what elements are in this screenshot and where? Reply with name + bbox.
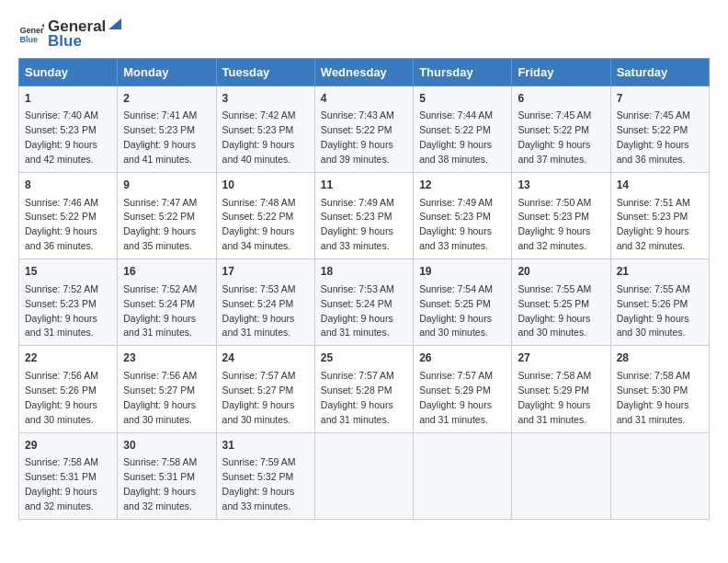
day-number: 16 [123, 264, 210, 280]
calendar-table: SundayMondayTuesdayWednesdayThursdayFrid… [18, 58, 710, 520]
day-number: 17 [222, 264, 309, 280]
sunset-info: Sunset: 5:23 PM [419, 211, 491, 222]
sunset-info: Sunset: 5:27 PM [222, 385, 294, 396]
calendar-cell: 5 Sunrise: 7:44 AM Sunset: 5:22 PM Dayli… [414, 86, 512, 173]
daylight-info: Daylight: 9 hoursand 31 minutes. [222, 313, 295, 339]
calendar-cell: 9 Sunrise: 7:47 AM Sunset: 5:22 PM Dayli… [118, 173, 216, 259]
header-friday: Friday [512, 59, 610, 86]
sunrise-info: Sunrise: 7:55 AM [518, 283, 591, 294]
sunrise-info: Sunrise: 7:58 AM [123, 456, 197, 467]
day-number: 24 [222, 350, 309, 366]
daylight-info: Daylight: 9 hoursand 34 minutes. [222, 225, 295, 251]
calendar-cell: 19 Sunrise: 7:54 AM Sunset: 5:25 PM Dayl… [414, 259, 512, 346]
daylight-info: Daylight: 9 hoursand 32 minutes. [123, 486, 196, 511]
day-number: 21 [617, 264, 703, 280]
daylight-info: Daylight: 9 hoursand 30 minutes. [419, 313, 492, 339]
sunrise-info: Sunrise: 7:47 AM [123, 197, 197, 208]
sunset-info: Sunset: 5:29 PM [419, 385, 491, 396]
day-number: 5 [419, 91, 506, 107]
sunrise-info: Sunrise: 7:54 AM [419, 283, 493, 294]
daylight-info: Daylight: 9 hoursand 42 minutes. [25, 139, 97, 165]
sunrise-info: Sunrise: 7:44 AM [419, 109, 493, 121]
sunrise-info: Sunrise: 7:57 AM [222, 370, 296, 381]
day-number: 9 [123, 178, 210, 193]
sunrise-info: Sunrise: 7:58 AM [617, 370, 690, 381]
sunset-info: Sunset: 5:23 PM [617, 211, 688, 222]
day-number: 30 [123, 438, 210, 454]
day-number: 20 [518, 264, 604, 280]
calendar-cell: 4 Sunrise: 7:43 AM Sunset: 5:22 PM Dayli… [314, 86, 413, 173]
calendar-cell: 24 Sunrise: 7:57 AM Sunset: 5:27 PM Dayl… [216, 346, 314, 432]
sunset-info: Sunset: 5:29 PM [518, 385, 589, 396]
calendar-cell: 10 Sunrise: 7:48 AM Sunset: 5:22 PM Dayl… [216, 173, 314, 259]
calendar-cell [512, 432, 610, 519]
day-number: 13 [518, 178, 604, 193]
day-number: 19 [419, 264, 506, 280]
sunrise-info: Sunrise: 7:45 AM [617, 109, 690, 121]
daylight-info: Daylight: 9 hoursand 31 minutes. [321, 399, 393, 425]
daylight-info: Daylight: 9 hoursand 36 minutes. [617, 139, 689, 165]
calendar-cell: 3 Sunrise: 7:42 AM Sunset: 5:23 PM Dayli… [216, 86, 314, 173]
daylight-info: Daylight: 9 hoursand 36 minutes. [25, 225, 97, 251]
header-sunday: Sunday [19, 59, 118, 86]
sunset-info: Sunset: 5:23 PM [321, 211, 392, 222]
calendar-cell: 31 Sunrise: 7:59 AM Sunset: 5:32 PM Dayl… [216, 432, 314, 519]
day-number: 11 [321, 178, 407, 193]
sunset-info: Sunset: 5:27 PM [123, 385, 195, 396]
sunset-info: Sunset: 5:31 PM [25, 471, 97, 482]
page-header: General Blue General Blue [18, 15, 710, 51]
sunrise-info: Sunrise: 7:49 AM [419, 197, 493, 208]
svg-text:Blue: Blue [19, 34, 38, 43]
calendar-week-1: 1 Sunrise: 7:40 AM Sunset: 5:23 PM Dayli… [19, 86, 710, 173]
calendar-cell: 20 Sunrise: 7:55 AM Sunset: 5:25 PM Dayl… [512, 259, 610, 346]
day-number: 4 [321, 91, 407, 107]
calendar-cell: 12 Sunrise: 7:49 AM Sunset: 5:23 PM Dayl… [414, 173, 512, 259]
sunset-info: Sunset: 5:24 PM [123, 298, 195, 309]
sunrise-info: Sunrise: 7:56 AM [25, 370, 98, 381]
daylight-info: Daylight: 9 hoursand 30 minutes. [518, 313, 590, 339]
calendar-cell: 13 Sunrise: 7:50 AM Sunset: 5:23 PM Dayl… [512, 173, 610, 259]
sunrise-info: Sunrise: 7:50 AM [518, 197, 591, 208]
calendar-cell [610, 432, 709, 519]
calendar-week-4: 22 Sunrise: 7:56 AM Sunset: 5:26 PM Dayl… [19, 346, 710, 432]
sunset-info: Sunset: 5:28 PM [321, 385, 392, 396]
daylight-info: Daylight: 9 hoursand 30 minutes. [123, 399, 196, 425]
sunset-info: Sunset: 5:22 PM [617, 124, 688, 135]
sunset-info: Sunset: 5:25 PM [518, 298, 589, 309]
daylight-info: Daylight: 9 hoursand 41 minutes. [123, 139, 196, 165]
sunrise-info: Sunrise: 7:51 AM [617, 197, 690, 208]
calendar-cell: 29 Sunrise: 7:58 AM Sunset: 5:31 PM Dayl… [19, 432, 118, 519]
calendar-cell: 2 Sunrise: 7:41 AM Sunset: 5:23 PM Dayli… [118, 86, 216, 173]
sunset-info: Sunset: 5:22 PM [518, 124, 589, 135]
sunrise-info: Sunrise: 7:45 AM [518, 109, 591, 121]
sunset-info: Sunset: 5:24 PM [321, 298, 392, 309]
calendar-cell: 7 Sunrise: 7:45 AM Sunset: 5:22 PM Dayli… [610, 86, 709, 173]
sunrise-info: Sunrise: 7:59 AM [222, 456, 296, 467]
sunrise-info: Sunrise: 7:58 AM [25, 456, 98, 467]
sunrise-info: Sunrise: 7:52 AM [123, 283, 197, 294]
daylight-info: Daylight: 9 hoursand 38 minutes. [419, 139, 492, 165]
daylight-info: Daylight: 9 hoursand 30 minutes. [25, 399, 97, 425]
day-number: 28 [617, 350, 703, 366]
sunrise-info: Sunrise: 7:48 AM [222, 197, 296, 208]
header-monday: Monday [118, 59, 216, 86]
sunrise-info: Sunrise: 7:40 AM [25, 109, 98, 121]
logo: General Blue General Blue [18, 15, 124, 51]
sunrise-info: Sunrise: 7:42 AM [222, 109, 296, 121]
sunset-info: Sunset: 5:30 PM [617, 385, 688, 396]
day-number: 6 [518, 91, 604, 107]
calendar-week-5: 29 Sunrise: 7:58 AM Sunset: 5:31 PM Dayl… [19, 432, 710, 519]
daylight-info: Daylight: 9 hoursand 31 minutes. [321, 313, 393, 339]
day-number: 26 [419, 350, 506, 366]
sunset-info: Sunset: 5:22 PM [321, 124, 392, 135]
calendar-cell: 6 Sunrise: 7:45 AM Sunset: 5:22 PM Dayli… [512, 86, 610, 173]
sunrise-info: Sunrise: 7:43 AM [321, 109, 394, 121]
svg-marker-3 [108, 18, 121, 29]
sunset-info: Sunset: 5:22 PM [25, 211, 97, 222]
svg-text:General: General [19, 26, 44, 35]
calendar-week-3: 15 Sunrise: 7:52 AM Sunset: 5:23 PM Dayl… [19, 259, 710, 346]
calendar-cell [414, 432, 512, 519]
calendar-cell: 15 Sunrise: 7:52 AM Sunset: 5:23 PM Dayl… [19, 259, 118, 346]
calendar-cell: 30 Sunrise: 7:58 AM Sunset: 5:31 PM Dayl… [118, 432, 216, 519]
day-number: 22 [25, 350, 111, 366]
